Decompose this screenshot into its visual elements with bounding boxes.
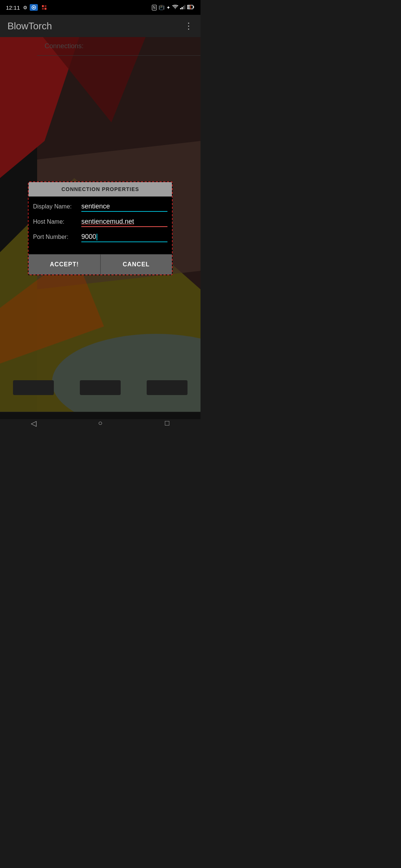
display-name-label: Display Name: [33, 203, 81, 210]
background-content: Connections: CONNECTION PROPERTIES Displ… [0, 37, 200, 419]
dialog-title-bar: CONNECTION PROPERTIES [29, 182, 172, 197]
cancel-button[interactable]: CANCEL [101, 254, 172, 274]
port-number-input-wrap[interactable]: 9000 [81, 233, 167, 242]
status-icons-right: N 📳 ✦ [152, 5, 195, 10]
svg-line-13 [190, 5, 191, 9]
accept-button[interactable]: ACCEPT! [29, 254, 101, 274]
overflow-menu-icon[interactable]: ⋮ [184, 21, 193, 31]
svg-rect-6 [180, 8, 181, 9]
host-name-row: Host Name: sentiencemud.net [33, 218, 167, 227]
dialog-overlay: CONNECTION PROPERTIES Display Name: sent… [0, 37, 200, 419]
wifi-icon [172, 5, 178, 10]
vibrate-icon: 📳 [159, 5, 164, 10]
gear-icon: ⚙ [23, 5, 27, 10]
svg-rect-11 [193, 6, 194, 8]
battery-icon [187, 5, 195, 10]
display-name-input-wrap[interactable]: sentience [81, 203, 167, 212]
nfc-icon: N [152, 5, 157, 10]
bluetooth-icon: ✦ [166, 5, 170, 10]
svg-rect-3 [45, 5, 46, 7]
port-number-value[interactable]: 9000 [81, 233, 96, 240]
connection-properties-dialog: CONNECTION PROPERTIES Display Name: sent… [28, 181, 173, 275]
port-number-row: Port Number: 9000 [33, 233, 167, 242]
host-name-label: Host Name: [33, 218, 81, 225]
status-icons-left: ⚙ [23, 4, 48, 11]
status-left: 12:11 ⚙ [6, 4, 48, 11]
status-time: 12:11 [6, 4, 20, 11]
display-name-value[interactable]: sentience [81, 203, 110, 210]
host-name-value[interactable]: sentiencemud.net [81, 218, 134, 225]
svg-rect-7 [182, 7, 183, 9]
display-name-row: Display Name: sentience [33, 203, 167, 212]
svg-rect-2 [42, 5, 44, 7]
status-bar: 12:11 ⚙ N 📳 ✦ [0, 0, 200, 15]
port-number-label: Port Number: [33, 234, 81, 240]
svg-rect-4 [42, 8, 44, 10]
svg-rect-9 [185, 5, 185, 9]
app-title: BlowTorch [7, 20, 52, 32]
text-cursor [97, 234, 97, 240]
svg-rect-12 [188, 6, 190, 9]
wifi-active-icon [30, 4, 38, 11]
signal-icon [180, 5, 185, 10]
svg-rect-5 [45, 8, 46, 10]
host-name-input-wrap[interactable]: sentiencemud.net [81, 218, 167, 227]
dialog-buttons: ACCEPT! CANCEL [29, 254, 172, 274]
dialog-title: CONNECTION PROPERTIES [61, 186, 139, 192]
svg-rect-8 [183, 6, 184, 9]
app-bar: BlowTorch ⋮ [0, 15, 200, 37]
svg-point-1 [33, 7, 35, 8]
notification-icon [40, 4, 48, 11]
dialog-body: Display Name: sentience Host Name: senti… [29, 197, 172, 254]
